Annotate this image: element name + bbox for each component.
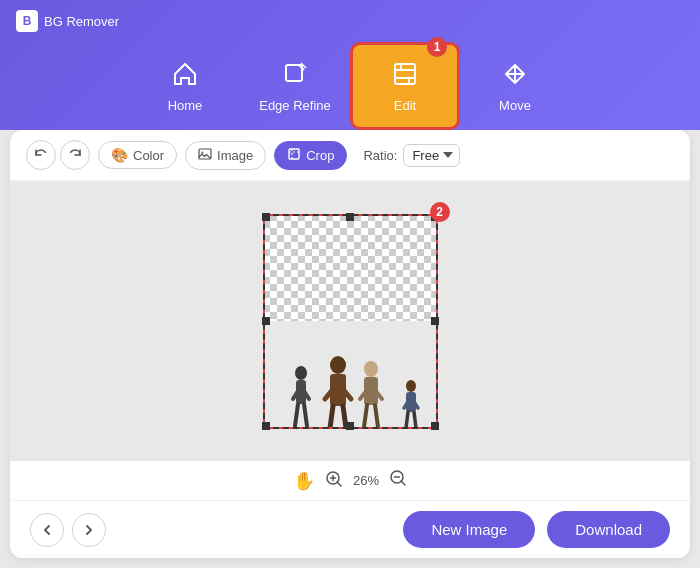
svg-line-28 xyxy=(414,412,416,428)
svg-rect-1 xyxy=(395,64,415,84)
nav-edit-label: Edit xyxy=(394,98,416,113)
zoom-in-icon[interactable] xyxy=(325,470,343,492)
nav-edge-refine-label: Edge Refine xyxy=(259,98,331,113)
nav-item-edge-refine[interactable]: Edge Refine xyxy=(240,42,350,130)
svg-line-27 xyxy=(406,412,408,428)
nav-item-edit[interactable]: 1 Edit xyxy=(350,42,460,130)
main-content: 🎨 Color Image Crop Ratio: Free 1:1 4:3 1… xyxy=(10,130,690,558)
zoom-out-icon[interactable] xyxy=(389,469,407,492)
footer-nav xyxy=(30,513,106,547)
crop-icon xyxy=(287,147,301,164)
move-icon xyxy=(501,60,529,92)
redo-button[interactable] xyxy=(60,140,90,170)
svg-line-10 xyxy=(304,404,307,426)
svg-line-22 xyxy=(375,405,378,427)
header: B BG Remover Home Edge Refine xyxy=(0,0,700,130)
nav-item-home[interactable]: Home xyxy=(130,42,240,130)
ratio-select[interactable]: Free 1:1 4:3 16:9 3:2 xyxy=(403,144,460,167)
nav-arrows xyxy=(26,140,90,170)
nav-move-label: Move xyxy=(499,98,531,113)
svg-line-15 xyxy=(330,406,333,428)
ratio-section: Ratio: Free 1:1 4:3 16:9 3:2 xyxy=(363,144,460,167)
svg-point-23 xyxy=(406,380,416,392)
home-icon xyxy=(171,60,199,92)
svg-point-5 xyxy=(295,366,307,380)
color-button[interactable]: 🎨 Color xyxy=(98,141,177,169)
next-button[interactable] xyxy=(72,513,106,547)
canvas-area: 2 xyxy=(10,181,690,461)
footer-actions: New Image Download xyxy=(403,511,670,548)
people-area xyxy=(263,321,438,429)
app-title-bar: B BG Remover xyxy=(0,0,700,36)
transparent-bg xyxy=(263,214,438,332)
svg-point-3 xyxy=(202,151,204,153)
app-title: BG Remover xyxy=(44,14,119,29)
hand-icon[interactable]: ✋ xyxy=(293,470,315,492)
svg-line-21 xyxy=(364,405,367,427)
svg-point-11 xyxy=(330,356,346,374)
svg-line-16 xyxy=(343,406,346,428)
svg-rect-4 xyxy=(289,149,299,159)
svg-rect-0 xyxy=(286,65,302,81)
image-icon xyxy=(198,147,212,164)
new-image-button[interactable]: New Image xyxy=(403,511,535,548)
color-icon: 🎨 xyxy=(111,147,128,163)
undo-button[interactable] xyxy=(26,140,56,170)
nav-item-move[interactable]: Move xyxy=(460,42,570,130)
prev-button[interactable] xyxy=(30,513,64,547)
crop-button[interactable]: Crop xyxy=(274,141,347,170)
edge-refine-icon xyxy=(281,60,309,92)
edit-icon xyxy=(391,60,419,92)
zoom-bar: ✋ 26% xyxy=(10,461,690,500)
image-container: 2 xyxy=(263,214,438,429)
nav-home-label: Home xyxy=(168,98,203,113)
download-button[interactable]: Download xyxy=(547,511,670,548)
svg-point-17 xyxy=(364,361,378,377)
svg-line-9 xyxy=(295,404,298,426)
footer: New Image Download xyxy=(10,500,690,558)
nav-bar: Home Edge Refine 1 Edi xyxy=(0,36,700,130)
toolbar: 🎨 Color Image Crop Ratio: Free 1:1 4:3 1… xyxy=(10,130,690,181)
ratio-label: Ratio: xyxy=(363,148,397,163)
edit-badge: 1 xyxy=(427,37,447,57)
app-icon: B xyxy=(16,10,38,32)
image-button[interactable]: Image xyxy=(185,141,266,170)
canvas-badge: 2 xyxy=(430,202,450,222)
zoom-level: 26% xyxy=(353,473,379,488)
